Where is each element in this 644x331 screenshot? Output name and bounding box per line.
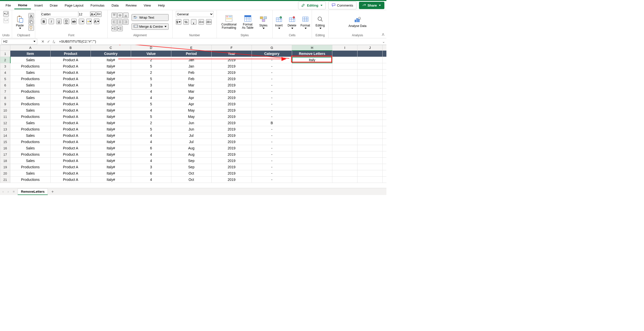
align-bottom-button[interactable] bbox=[123, 13, 129, 18]
cell[interactable] bbox=[383, 70, 387, 76]
cell[interactable]: Value bbox=[131, 51, 171, 57]
cell[interactable]: 5 bbox=[131, 114, 171, 120]
row-header[interactable]: 11 bbox=[0, 114, 10, 120]
currency-button[interactable]: $ bbox=[176, 19, 181, 25]
cell[interactable] bbox=[332, 164, 357, 170]
row-header[interactable]: 13 bbox=[0, 126, 10, 133]
cell[interactable] bbox=[332, 70, 357, 76]
row-header[interactable]: 19 bbox=[0, 164, 10, 170]
cell[interactable]: 2019 bbox=[212, 177, 252, 183]
cell[interactable]: Italy# bbox=[91, 120, 131, 126]
strike-button[interactable]: ab bbox=[71, 19, 77, 24]
cell[interactable] bbox=[357, 145, 383, 151]
cell[interactable]: 2019 bbox=[212, 70, 252, 76]
cell[interactable]: - bbox=[252, 70, 292, 76]
cell[interactable] bbox=[292, 95, 332, 101]
column-header[interactable]: B bbox=[51, 45, 91, 51]
italic-button[interactable]: I bbox=[49, 19, 54, 24]
cell[interactable]: - bbox=[252, 76, 292, 82]
cell[interactable] bbox=[332, 133, 357, 139]
cell[interactable]: 2019 bbox=[212, 158, 252, 164]
cell[interactable] bbox=[357, 107, 383, 114]
cell[interactable]: Italy bbox=[292, 57, 332, 63]
format-painter-button[interactable] bbox=[28, 25, 34, 31]
cell[interactable]: - bbox=[252, 95, 292, 101]
cell[interactable] bbox=[292, 70, 332, 76]
column-header[interactable]: E bbox=[171, 45, 212, 51]
cell[interactable]: - bbox=[252, 126, 292, 133]
cell[interactable]: - bbox=[252, 158, 292, 164]
cell[interactable]: Italy# bbox=[91, 164, 131, 170]
cell[interactable]: May bbox=[171, 114, 212, 120]
row-header[interactable]: 6 bbox=[0, 82, 10, 88]
borders-button[interactable] bbox=[79, 19, 84, 24]
cell[interactable]: - bbox=[252, 170, 292, 177]
cell[interactable]: Italy# bbox=[91, 145, 131, 151]
cell[interactable]: Product A bbox=[51, 151, 91, 158]
cell[interactable] bbox=[357, 95, 383, 101]
cell[interactable]: 2019 bbox=[212, 114, 252, 120]
cell[interactable] bbox=[292, 139, 332, 145]
column-header[interactable]: K bbox=[383, 45, 387, 51]
align-center-button[interactable] bbox=[117, 19, 123, 25]
format-as-table-button[interactable]: Format As Table bbox=[240, 14, 255, 30]
cell[interactable]: Product A bbox=[51, 107, 91, 114]
row-header[interactable]: 3 bbox=[0, 63, 10, 70]
cell-styles-button[interactable]: Styles bbox=[257, 15, 270, 29]
column-header[interactable]: H bbox=[292, 45, 332, 51]
cell[interactable] bbox=[383, 145, 387, 151]
cell[interactable]: Product A bbox=[51, 114, 91, 120]
cell[interactable]: Product bbox=[51, 51, 91, 57]
row-header[interactable]: 4 bbox=[0, 70, 10, 76]
cell[interactable]: Jul bbox=[171, 139, 212, 145]
cell[interactable]: Italy# bbox=[91, 133, 131, 139]
redo-button[interactable] bbox=[3, 18, 9, 23]
row-header[interactable]: 21 bbox=[0, 177, 10, 183]
cell[interactable] bbox=[357, 70, 383, 76]
cell[interactable] bbox=[383, 126, 387, 133]
comma-button[interactable]: , bbox=[191, 19, 196, 25]
menu-data[interactable]: Data bbox=[108, 2, 122, 9]
comments-button[interactable]: Comments bbox=[328, 2, 356, 9]
cell[interactable] bbox=[292, 133, 332, 139]
cell[interactable] bbox=[357, 133, 383, 139]
cell[interactable]: Product A bbox=[51, 126, 91, 133]
wrap-text-button[interactable]: abWrap Text bbox=[132, 14, 168, 21]
cell[interactable]: Product A bbox=[51, 76, 91, 82]
cell[interactable]: 2019 bbox=[212, 145, 252, 151]
cell[interactable] bbox=[383, 101, 387, 107]
cell[interactable] bbox=[292, 114, 332, 120]
sheet-tab[interactable]: RemoveLetters bbox=[18, 188, 48, 195]
cell[interactable]: Oct bbox=[171, 177, 212, 183]
cell[interactable]: Italy# bbox=[91, 70, 131, 76]
add-sheet-button[interactable]: + bbox=[50, 189, 55, 194]
cell[interactable]: Product A bbox=[51, 82, 91, 88]
cell[interactable] bbox=[292, 88, 332, 95]
cell[interactable] bbox=[332, 63, 357, 70]
cut-button[interactable] bbox=[28, 13, 34, 19]
row-header[interactable]: 1 bbox=[0, 51, 10, 57]
row-header[interactable]: 7 bbox=[0, 88, 10, 95]
grow-font-button[interactable]: A▲ bbox=[90, 11, 96, 17]
cell[interactable]: - bbox=[252, 145, 292, 151]
cell[interactable]: - bbox=[252, 139, 292, 145]
cell[interactable]: Product A bbox=[51, 120, 91, 126]
cell[interactable] bbox=[383, 164, 387, 170]
cell[interactable] bbox=[383, 158, 387, 164]
merge-center-button[interactable]: Merge & Centre bbox=[132, 23, 168, 30]
row-header[interactable]: 8 bbox=[0, 95, 10, 101]
cell[interactable]: Productions bbox=[10, 126, 51, 133]
cell[interactable]: - bbox=[252, 164, 292, 170]
cell[interactable] bbox=[383, 120, 387, 126]
cell[interactable] bbox=[357, 57, 383, 63]
cell[interactable]: 2019 bbox=[212, 76, 252, 82]
cell[interactable]: 2019 bbox=[212, 151, 252, 158]
cell[interactable] bbox=[292, 164, 332, 170]
cell[interactable] bbox=[383, 151, 387, 158]
cell[interactable]: - bbox=[252, 177, 292, 183]
accept-formula-button[interactable]: ✓ bbox=[47, 39, 50, 44]
cell[interactable] bbox=[292, 126, 332, 133]
cell[interactable]: Jan bbox=[171, 57, 212, 63]
cell[interactable] bbox=[292, 63, 332, 70]
cell[interactable]: 4 bbox=[131, 95, 171, 101]
